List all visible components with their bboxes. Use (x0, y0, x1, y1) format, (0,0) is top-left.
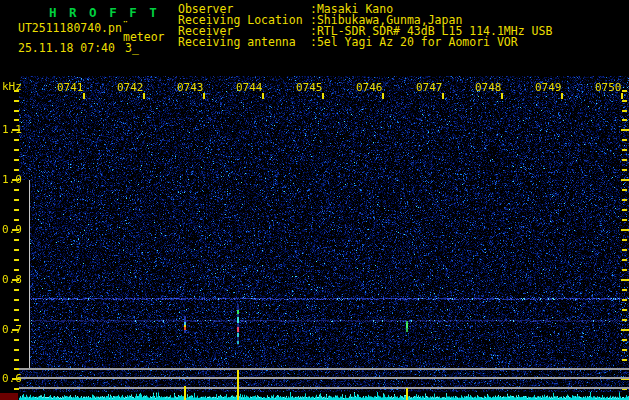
output-filename: UT2511180740.pn (18, 23, 122, 34)
freq-tick-right (622, 149, 627, 151)
freq-tick-right (622, 259, 627, 261)
time-tick-0743 (203, 93, 205, 99)
freq-tick-right (622, 359, 627, 361)
freq-tick-left (14, 110, 19, 112)
freq-major-tick-right (621, 279, 629, 281)
time-tick-0749 (561, 93, 563, 99)
info-value-3: :5el Yagi Az 20 for Aomori VOR (310, 37, 518, 48)
observation-datetime: 25.11.18 07:40 (18, 43, 115, 54)
freq-tick-label-1.0: 1.0 (2, 174, 22, 185)
freq-tick-label-0.6: 0.6 (2, 373, 22, 384)
freq-tick-right (622, 249, 627, 251)
freq-tick-right (622, 319, 627, 321)
signal-level-canvas (19, 392, 629, 400)
khz-unit-label: kHz (2, 81, 22, 92)
meteor-marker-echo-2 (237, 370, 239, 400)
level-strip-left-block (0, 393, 18, 400)
freq-major-tick-right (621, 229, 629, 231)
time-tick-0748 (501, 93, 503, 99)
freq-tick-right (622, 159, 627, 161)
freq-major-tick-right (621, 179, 629, 181)
plot-left-border (29, 180, 30, 370)
freq-tick-right (622, 309, 627, 311)
freq-tick-left (14, 139, 19, 141)
freq-tick-label-0.8: 0.8 (2, 274, 22, 285)
freq-tick-right (622, 289, 627, 291)
freq-tick-left (14, 119, 19, 121)
time-tick-0744 (262, 93, 264, 99)
time-tick-0750 (621, 93, 623, 99)
grid-line-3 (19, 387, 629, 389)
freq-tick-right (622, 209, 627, 211)
freq-tick-right (622, 189, 627, 191)
time-tick-0747 (442, 93, 444, 99)
time-tick-0742 (143, 93, 145, 99)
freq-tick-right (622, 299, 627, 301)
meteor-marker-echo-1 (184, 386, 186, 400)
grid-line-1 (19, 368, 629, 370)
freq-tick-label-0.7: 0.7 (2, 324, 22, 335)
time-tick-0741 (83, 93, 85, 99)
freq-tick-right (622, 100, 627, 102)
freq-tick-right (622, 119, 627, 121)
freq-tick-right (622, 349, 627, 351)
freq-major-tick-right (621, 129, 629, 131)
freq-tick-left (14, 169, 19, 171)
time-tick-0746 (382, 93, 384, 99)
grid-line-2 (19, 377, 629, 379)
info-label-3: Receiving antenna (178, 37, 296, 48)
freq-tick-label-1.1: 1.1 (2, 124, 22, 135)
freq-tick-label-0.9: 0.9 (2, 224, 22, 235)
freq-tick-right (622, 239, 627, 241)
freq-tick-left (14, 159, 19, 161)
time-tick-label-0742: 0742 (117, 82, 144, 93)
time-tick-label-0741: 0741 (57, 82, 84, 93)
time-tick-label-0744: 0744 (236, 82, 263, 93)
freq-tick-left (14, 100, 19, 102)
freq-tick-right (622, 169, 627, 171)
time-tick-label-0746: 0746 (356, 82, 383, 93)
freq-tick-right (622, 219, 627, 221)
freq-tick-right (622, 339, 627, 341)
freq-tick-right (622, 199, 627, 201)
time-tick-label-0750: 0750 (595, 82, 622, 93)
time-tick-label-0745: 0745 (296, 82, 323, 93)
spectrogram-canvas (19, 76, 629, 392)
time-tick-label-0743: 0743 (177, 82, 204, 93)
time-tick-label-0749: 0749 (535, 82, 562, 93)
freq-tick-left (14, 149, 19, 151)
time-tick-0745 (322, 93, 324, 99)
time-tick-label-0747: 0747 (416, 82, 443, 93)
app-title: H R O F F T (49, 5, 159, 20)
echo-count-cursor: 3_ (125, 43, 139, 54)
freq-major-tick-right (621, 329, 629, 331)
freq-tick-right (622, 139, 627, 141)
freq-tick-right (622, 110, 627, 112)
freq-tick-right (622, 90, 627, 92)
meteor-marker-echo-3 (406, 388, 408, 400)
hrofft-screen: { "header": { "title": "H R O F F T", "f… (0, 0, 629, 400)
time-tick-label-0748: 0748 (475, 82, 502, 93)
freq-tick-right (622, 269, 627, 271)
